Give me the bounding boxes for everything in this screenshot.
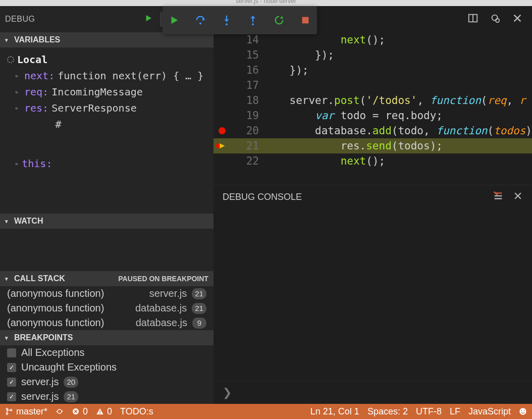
chevron-down-icon: ▾ [5, 218, 11, 225]
breakpoint-row[interactable]: Uncaught Exceptions [0, 360, 214, 375]
restart-icon[interactable] [274, 15, 285, 26]
window-title: server.js - node-server [236, 0, 296, 5]
git-branch[interactable]: master* [5, 406, 47, 417]
stack-frame[interactable]: (anonymous function)database.js9 [0, 316, 214, 330]
start-debug-icon[interactable] [144, 14, 153, 25]
chevron-right-icon: ▹ [15, 104, 21, 112]
scope-local[interactable]: Local [0, 51, 214, 68]
svg-point-19 [6, 408, 8, 410]
eol-button[interactable]: LF [450, 406, 460, 417]
svg-rect-5 [302, 17, 309, 24]
step-over-icon[interactable] [195, 15, 206, 26]
variable-row[interactable]: ▹res: ServerResponse [0, 100, 214, 116]
code-line[interactable]: 17 [214, 78, 532, 93]
variable-row[interactable]: ▹next: function next(err) { … } [0, 68, 214, 84]
language-button[interactable]: JavaScript [468, 406, 511, 417]
chevron-right-icon: ▹ [15, 88, 21, 95]
breakpoints-title: BREAKPOINTS [14, 333, 73, 342]
code-line[interactable]: 22 next(); [214, 153, 532, 169]
loading-spinner-icon [7, 56, 14, 63]
git-sync[interactable] [56, 407, 64, 415]
debug-console-input[interactable]: ❯ [214, 381, 532, 404]
step-out-icon[interactable] [247, 15, 258, 26]
svg-point-20 [6, 413, 8, 414]
code-line[interactable]: 16 }); [214, 63, 532, 78]
code-line[interactable]: 21 res.send(todos); [214, 138, 532, 153]
continue-icon[interactable] [169, 15, 180, 26]
stack-frame[interactable]: (anonymous function)server.js21 [0, 286, 214, 301]
debug-console-header: DEBUG CONSOLE [214, 185, 532, 209]
breakpoint-dot-icon[interactable] [219, 127, 226, 134]
code-line[interactable]: 18 server.post('/todos', function(req, r [214, 93, 532, 108]
breakpoints-body: All ExceptionsUncaught Exceptionsserver.… [0, 345, 214, 404]
svg-point-28 [521, 410, 522, 411]
chevron-down-icon: ▾ [5, 335, 11, 341]
code-line[interactable]: 20 database.add(todo, function(todos) [214, 123, 532, 138]
warnings-count[interactable]: 0 [96, 406, 112, 417]
section-variables[interactable]: ▾ VARIABLES [0, 32, 214, 47]
watch-title: WATCH [14, 217, 43, 226]
step-into-icon[interactable] [221, 15, 232, 26]
current-line-icon [216, 142, 226, 150]
editor-area: 14 next();15 });16 });1718 server.post('… [214, 6, 532, 404]
checkbox[interactable] [7, 378, 16, 387]
debug-sidebar: DEBUG Launch ▾ VARIABLES Local ▹next: fu… [0, 6, 214, 404]
close-console-icon[interactable] [513, 191, 523, 203]
breakpoint-row[interactable]: server.js21 [0, 389, 214, 404]
checkbox[interactable] [7, 392, 16, 401]
svg-point-2 [226, 23, 228, 25]
window-titlebar: server.js - node-server [0, 0, 532, 6]
call-stack-status: PAUSED ON BREAKPOINT [118, 275, 208, 283]
clear-console-icon[interactable] [493, 190, 504, 204]
call-stack-body: (anonymous function)server.js21(anonymou… [0, 286, 214, 330]
feedback-icon[interactable] [519, 407, 527, 415]
encoding-button[interactable]: UTF-8 [416, 406, 442, 417]
show-debug-icon[interactable] [490, 13, 501, 26]
code-line[interactable]: 19 var todo = req.body; [214, 108, 532, 123]
close-editor-icon[interactable] [512, 13, 523, 26]
debug-console-title: DEBUG CONSOLE [223, 192, 302, 202]
chevron-right-icon: ▹ [15, 160, 19, 167]
debug-console-body[interactable] [214, 209, 532, 381]
breakpoint-row[interactable]: server.js20 [0, 375, 214, 389]
section-watch[interactable]: ▾ WATCH [0, 214, 214, 229]
svg-point-26 [99, 413, 100, 414]
chevron-down-icon: ▾ [5, 37, 11, 43]
errors-count[interactable]: 0 [72, 406, 88, 417]
code-line[interactable]: 15 }); [214, 47, 532, 63]
section-call-stack[interactable]: ▾ CALL STACK PAUSED ON BREAKPOINT [0, 271, 214, 286]
cursor-position[interactable]: Ln 21, Col 1 [310, 406, 359, 417]
variable-row[interactable]: ▹req: IncomingMessage [0, 84, 214, 100]
checkbox[interactable] [7, 348, 16, 357]
chevron-down-icon: ▾ [5, 276, 11, 282]
code-line[interactable]: 14 next(); [214, 32, 532, 47]
stop-icon[interactable] [300, 15, 311, 26]
variables-title: VARIABLES [14, 35, 60, 44]
svg-point-27 [519, 408, 526, 414]
code-editor[interactable]: 14 next();15 });16 });1718 server.post('… [214, 32, 532, 185]
svg-point-21 [10, 409, 12, 411]
variable-row[interactable]: ▹this: # [0, 116, 214, 211]
stack-frame[interactable]: (anonymous function)database.js21 [0, 301, 214, 316]
checkbox[interactable] [7, 363, 16, 372]
indent-button[interactable]: Spaces: 2 [367, 406, 408, 417]
call-stack-title: CALL STACK [14, 274, 65, 283]
split-editor-icon[interactable] [467, 13, 478, 26]
variables-body: Local ▹next: function next(err) { … }▹re… [0, 47, 214, 214]
prompt-icon: ❯ [223, 386, 232, 399]
section-breakpoints[interactable]: ▾ BREAKPOINTS [0, 330, 214, 345]
debug-title: DEBUG [5, 15, 35, 24]
svg-point-4 [252, 23, 254, 25]
todos-button[interactable]: TODO:s [120, 406, 153, 417]
breakpoint-row[interactable]: All Exceptions [0, 345, 214, 360]
svg-point-29 [524, 410, 525, 411]
debug-toolbar [163, 6, 317, 34]
svg-point-8 [492, 15, 498, 21]
status-bar: master* 0 0 TODO:s Ln 21, Col 1 Spaces: … [0, 404, 532, 419]
svg-point-0 [199, 22, 201, 24]
chevron-right-icon: ▹ [15, 72, 21, 79]
